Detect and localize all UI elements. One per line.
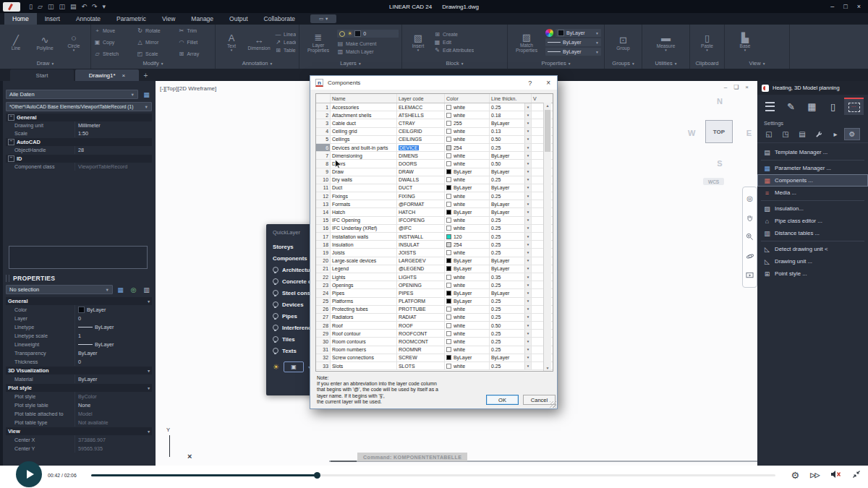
viewcube-west[interactable]: W xyxy=(688,129,695,137)
ribbon-array-button[interactable]: ⊞Array xyxy=(178,50,212,59)
selection-select[interactable]: No selection▼ xyxy=(6,285,113,294)
ribbon-text-button[interactable]: AText▾ xyxy=(218,26,244,59)
ribbon-edit-attributes-button[interactable]: ✎Edit Attributes xyxy=(434,47,474,53)
video-progress-thumb[interactable] xyxy=(314,472,320,479)
doc-restore-button[interactable]: ❏ xyxy=(733,84,739,90)
annotation-panel-label[interactable]: Annotation▾ xyxy=(216,60,299,69)
doc-close-button[interactable]: × xyxy=(745,84,749,90)
quicklayer-mode-button[interactable]: ▣ xyxy=(284,361,304,372)
video-progress-track[interactable] xyxy=(91,474,775,476)
table-row[interactable]: 14HatchHATCHByLayerByLayer▼ xyxy=(316,208,553,216)
open-file-icon[interactable]: ▱ xyxy=(38,0,43,13)
ribbon-mirror-button[interactable]: △Mirror xyxy=(137,38,173,46)
ribbon-layer-properties-button[interactable]: ≣Layer Properties xyxy=(302,26,334,59)
ribbon-edit-button[interactable]: ▦Edit xyxy=(434,39,474,46)
table-row[interactable]: 27RadiatorsRADIATwhite0.25▼ xyxy=(316,314,553,322)
ribbon-line-button[interactable]: ╱Line xyxy=(3,26,29,59)
table-row[interactable]: 13Formats@FORMATwhiteByLayer▼ xyxy=(316,200,553,208)
frame-tool-icon[interactable]: ◱ xyxy=(761,128,777,140)
viewcube-east[interactable]: E xyxy=(746,129,752,137)
navigation-wheel-icon[interactable]: ◎ xyxy=(746,195,753,202)
ribbon-make-current-button[interactable]: ▤Make Current xyxy=(337,40,399,47)
table-row[interactable]: 32Screw connectionsSCREWByLayerByLayer▼ xyxy=(316,354,553,362)
viewport-controls-label[interactable]: [-][Top][2D Wireframe] xyxy=(160,85,216,92)
table-row[interactable]: 24PipesPIPESByLayerByLayer▼ xyxy=(316,289,553,297)
section-header-plot-style[interactable]: Plot style▾ xyxy=(6,384,152,392)
menu-item-detect-drawing-unit[interactable]: ◺Detect drawing unit < xyxy=(757,243,868,255)
ribbon-create-button[interactable]: ⊞Create xyxy=(434,31,474,38)
view-panel-label[interactable]: View▾ xyxy=(725,60,789,69)
property-row-color[interactable]: ColorByLayer xyxy=(6,305,152,314)
table-row[interactable]: 10Dry wallsDWALLSwhite0.25▼ xyxy=(316,176,553,184)
ribbon-rotate-button[interactable]: ↻Rotate xyxy=(137,26,173,35)
table-row[interactable]: 7DimensioningDIMENSwhiteByLayer▼ xyxy=(316,152,553,160)
groups-panel-label[interactable]: Groups▾ xyxy=(605,60,642,69)
property-row-drawing-unit[interactable]: Drawing unitMillimeter xyxy=(6,121,152,129)
ribbon-move-button[interactable]: +Move xyxy=(94,26,132,35)
ribbon-tab-collaborate[interactable]: Collaborate xyxy=(256,13,303,25)
palette-grip[interactable] xyxy=(6,275,9,282)
shrink-player-icon[interactable] xyxy=(852,468,861,481)
section-header-autocad[interactable]: −AutoCAD xyxy=(6,138,152,146)
property-row-plot-table-type[interactable]: Plot table typeNot available xyxy=(6,418,152,427)
minimize-button[interactable]: – xyxy=(830,3,834,10)
property-row-plot-style-table[interactable]: Plot style tableNone xyxy=(6,401,152,409)
section-header-id[interactable]: −ID xyxy=(6,155,152,163)
sheet-tool-icon[interactable]: ▤ xyxy=(794,128,810,140)
menu-item-components[interactable]: ▦Components ... xyxy=(757,174,868,187)
scroll-down-icon[interactable]: ▼ xyxy=(544,366,551,370)
table-row[interactable]: 4Ceiling gridCEILGRIDwhite0.13▼ xyxy=(316,128,553,136)
ribbon-scale-button[interactable]: ◰Scale xyxy=(137,50,173,59)
section-header-general[interactable]: −General xyxy=(6,114,152,121)
table-row[interactable]: 23OpeningsOPENINGwhite0.25▼ xyxy=(316,281,553,289)
new-file-icon[interactable]: ▯ xyxy=(29,0,33,13)
menu-item-media[interactable]: ≡Media ... xyxy=(757,187,868,199)
video-settings-gear-icon[interactable]: ⚙ xyxy=(791,471,800,480)
edit-tab[interactable]: ✎ xyxy=(781,98,801,115)
ribbon-tab-insert[interactable]: Insert xyxy=(37,13,68,25)
menu-tab[interactable] xyxy=(760,98,780,115)
property-row-plot-table-attached-to[interactable]: Plot table attached toModel xyxy=(6,409,152,418)
scrollbar-thumb[interactable] xyxy=(545,110,550,152)
property-row-plot-style[interactable]: Plot styleByColor xyxy=(6,392,152,401)
table-row[interactable]: 31Room numbersROOMNRwhite0.25▼ xyxy=(316,346,553,354)
viewcube-north[interactable]: N xyxy=(686,97,754,106)
ribbon-fillet-button[interactable]: ◠Fillet xyxy=(178,38,212,46)
save-icon[interactable]: ◫ xyxy=(48,0,54,13)
table-row[interactable]: 17Installation wallsINSTWALL1200.25▼ xyxy=(316,233,553,241)
close-button[interactable]: × xyxy=(857,3,861,10)
menu-item-distance-tables[interactable]: ▥Distance tables ... xyxy=(757,227,868,239)
table-row[interactable]: 11DuctDUCTByLayerByLayer▼ xyxy=(316,184,553,192)
ribbon-match-properties-button[interactable]: ▨Match Properties xyxy=(511,26,542,59)
sun-icon[interactable]: ☀ xyxy=(273,363,279,371)
app-logo-icon[interactable] xyxy=(3,2,20,12)
file-tab-start[interactable]: Start xyxy=(10,69,74,81)
pickadd-toggle-icon[interactable]: ▥ xyxy=(141,285,152,294)
lineweight-field[interactable]: ByLayer ▼ xyxy=(545,48,601,56)
table-row[interactable]: 1AccessoriesELEMACCwhite0.25▼ xyxy=(316,103,553,111)
menu-item-drawing-unit[interactable]: ◺Drawing unit ... xyxy=(757,255,868,267)
object-path-select[interactable]: *Other*/AutoCAD Base Elements/ViewportTa… xyxy=(6,102,152,111)
ribbon-arc-button[interactable]: ◠Arc▾ xyxy=(90,26,90,59)
menu-item-parameter-manager[interactable]: ▦Parameter Manager ... xyxy=(757,162,868,174)
table-row[interactable]: 9DrawDRAWByLayerByLayer▼ xyxy=(316,168,553,176)
show-motion-icon[interactable] xyxy=(746,272,754,279)
property-row-linetype-scale[interactable]: Linetype scale1 xyxy=(6,331,152,340)
table-row[interactable]: 12FixingsFIXINGwhite0.25▼ xyxy=(316,192,553,200)
layers-panel-label[interactable]: Layers▾ xyxy=(299,60,401,69)
ribbon-stretch-button[interactable]: ▱Stretch xyxy=(94,50,132,59)
properties-panel-label[interactable]: Properties▾ xyxy=(508,60,604,69)
file-tab-drawing1[interactable]: Drawing1*× xyxy=(75,69,139,81)
property-row-lineweight[interactable]: LineweightByLayer xyxy=(6,340,152,348)
ribbon-tab-manage[interactable]: Manage xyxy=(183,13,221,25)
muted-speaker-icon[interactable] xyxy=(830,468,841,481)
ribbon-tab-parametric[interactable]: Parametric xyxy=(109,13,154,25)
maximize-button[interactable]: □ xyxy=(843,3,847,10)
flag-tool-icon[interactable]: ▸ xyxy=(827,128,843,140)
property-row-layer[interactable]: Layer0 xyxy=(6,314,152,322)
block-panel-label[interactable]: Block▾ xyxy=(402,60,507,69)
ribbon-tab-annotate[interactable]: Annotate xyxy=(68,13,109,25)
ribbon-insert-button[interactable]: ▧Insert▾ xyxy=(405,26,431,59)
table-row[interactable]: 18InsulationINSULAT2540.25▼ xyxy=(316,241,553,249)
ribbon-linear-button[interactable]: —Linear xyxy=(275,31,296,38)
